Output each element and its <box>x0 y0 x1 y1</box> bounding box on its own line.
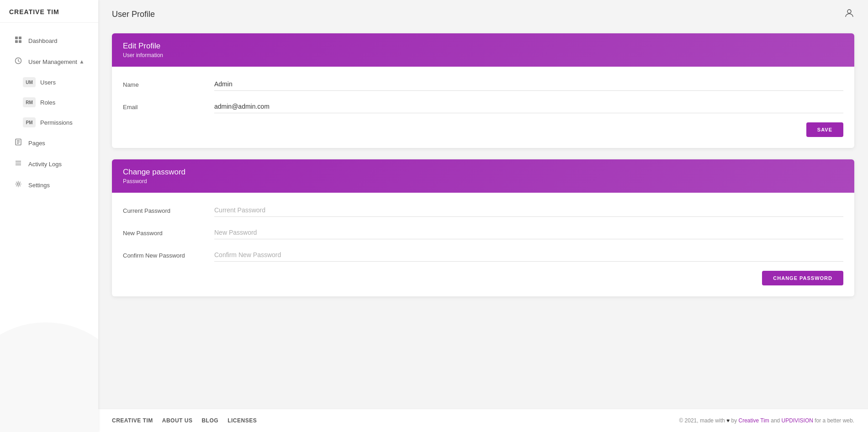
footer-link-about-us[interactable]: ABOUT US <box>162 417 193 424</box>
list-icon <box>14 159 23 169</box>
sidebar-sub-label: Permissions <box>40 119 73 126</box>
current-password-input[interactable] <box>214 204 843 217</box>
current-password-row: Current Password <box>123 204 843 217</box>
email-input-wrap <box>214 100 843 113</box>
footer-by-text: by <box>731 417 737 424</box>
chevron-down-icon: ▲ <box>79 58 85 65</box>
sidebar-item-settings[interactable]: Settings <box>5 175 94 195</box>
new-password-row: New Password <box>123 226 843 239</box>
name-input-wrap <box>214 78 843 91</box>
edit-profile-card: Edit Profile User information Name Email <box>112 33 854 148</box>
edit-profile-subtitle: User information <box>123 52 843 58</box>
change-password-card: Change password Password Current Passwor… <box>112 159 854 296</box>
user-icon[interactable] <box>844 8 854 21</box>
sidebar-item-label: Settings <box>28 182 50 189</box>
footer-updivision-link[interactable]: UPDIVISION <box>782 417 813 424</box>
sidebar: CREATIVE TIM Dashboard <box>0 0 98 432</box>
email-label: Email <box>123 100 214 111</box>
footer-link-creative-tim[interactable]: CREATIVE TIM <box>112 417 153 424</box>
email-input[interactable] <box>214 100 843 113</box>
new-password-input-wrap <box>214 226 843 239</box>
sidebar-item-label: Activity Logs <box>28 161 62 168</box>
name-row: Name <box>123 78 843 91</box>
svg-rect-3 <box>19 40 21 43</box>
svg-rect-0 <box>15 37 18 39</box>
sidebar-item-permissions[interactable]: PM Permissions <box>5 113 94 132</box>
grid-icon <box>14 36 23 45</box>
change-password-button[interactable]: CHANGE PASSWORD <box>762 271 843 285</box>
change-password-body: Current Password New Password Confirm Ne… <box>112 193 854 296</box>
name-label: Name <box>123 78 214 88</box>
page-title: User Profile <box>112 10 155 19</box>
new-password-label: New Password <box>123 226 214 237</box>
email-row: Email <box>123 100 843 113</box>
sidebar-item-label: Dashboard <box>28 37 58 44</box>
footer-and-text: and <box>771 417 780 424</box>
users-badge: UM <box>23 77 36 87</box>
heart-icon: ♥ <box>726 417 731 424</box>
confirm-password-input[interactable] <box>214 248 843 262</box>
sidebar-item-roles[interactable]: RM Roles <box>5 93 94 112</box>
roles-badge: RM <box>23 97 36 107</box>
brand-name: CREATIVE TIM <box>0 0 98 23</box>
footer-copyright: © 2021, made with ♥ by Creative Tim and … <box>679 417 854 424</box>
edit-profile-title: Edit Profile <box>123 42 843 51</box>
confirm-password-label: Confirm New Password <box>123 248 214 259</box>
save-button[interactable]: SAVE <box>806 122 843 137</box>
sidebar-item-label: User Management <box>28 58 77 65</box>
svg-rect-1 <box>19 37 21 39</box>
change-password-header: Change password Password <box>112 159 854 193</box>
top-bar-right <box>844 8 854 21</box>
footer-copyright-text: © 2021, made with <box>679 417 725 424</box>
confirm-password-row: Confirm New Password <box>123 248 843 262</box>
confirm-password-input-wrap <box>214 248 843 262</box>
sidebar-nav: Dashboard User Management ▲ UM Users RM … <box>0 23 98 432</box>
new-password-input[interactable] <box>214 226 843 239</box>
permissions-badge: PM <box>23 117 36 127</box>
current-password-label: Current Password <box>123 204 214 214</box>
sidebar-item-users[interactable]: UM Users <box>5 73 94 92</box>
edit-profile-header: Edit Profile User information <box>112 33 854 67</box>
footer-creative-tim-link[interactable]: Creative Tim <box>739 417 769 424</box>
content-area: Edit Profile User information Name Email <box>98 29 868 409</box>
sidebar-item-pages[interactable]: Pages <box>5 133 94 153</box>
svg-rect-2 <box>15 40 18 43</box>
sidebar-item-dashboard[interactable]: Dashboard <box>5 31 94 51</box>
settings-icon <box>14 180 23 190</box>
footer-link-blog[interactable]: BLOG <box>201 417 218 424</box>
sidebar-item-label: Pages <box>28 140 45 147</box>
save-button-row: SAVE <box>123 122 843 137</box>
sidebar-item-activity-logs[interactable]: Activity Logs <box>5 154 94 174</box>
name-input[interactable] <box>214 78 843 91</box>
footer: CREATIVE TIM ABOUT US BLOG LICENSES © 20… <box>98 409 868 432</box>
pages-icon <box>14 138 23 148</box>
clock-icon <box>14 57 23 66</box>
main-content: User Profile Edit Profile User informati… <box>98 0 868 432</box>
sidebar-item-user-management[interactable]: User Management ▲ <box>5 52 94 72</box>
change-password-button-row: CHANGE PASSWORD <box>123 271 843 285</box>
current-password-input-wrap <box>214 204 843 217</box>
footer-link-licenses[interactable]: LICENSES <box>228 417 257 424</box>
svg-point-12 <box>17 183 20 185</box>
edit-profile-body: Name Email SAVE <box>112 67 854 148</box>
sidebar-sub-label: Users <box>40 79 56 86</box>
top-bar: User Profile <box>98 0 868 29</box>
svg-point-13 <box>847 10 851 13</box>
footer-suffix: for a better web. <box>815 417 854 424</box>
change-password-title: Change password <box>123 168 843 177</box>
footer-links: CREATIVE TIM ABOUT US BLOG LICENSES <box>112 417 257 424</box>
change-password-subtitle: Password <box>123 178 843 184</box>
sidebar-sub-label: Roles <box>40 99 55 106</box>
